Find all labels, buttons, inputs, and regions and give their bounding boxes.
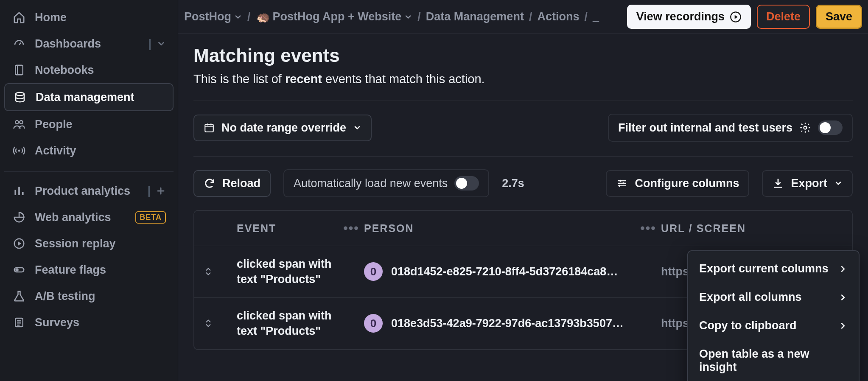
sidebar-item-label: Notebooks bbox=[35, 64, 166, 77]
export-menu-item[interactable]: Export current columns bbox=[688, 255, 859, 283]
chevron-down-icon[interactable] bbox=[157, 39, 166, 48]
sidebar-item-label: A/B testing bbox=[35, 290, 166, 303]
database-icon bbox=[13, 90, 27, 104]
filter-test-users-control[interactable]: Filter out internal and test users bbox=[608, 114, 853, 142]
sidebar-item-surveys[interactable]: Surveys bbox=[4, 309, 174, 336]
save-label: Save bbox=[826, 10, 852, 23]
reload-button[interactable]: Reload bbox=[193, 170, 271, 197]
auto-load-label: Automatically load new events bbox=[294, 177, 448, 190]
sidebar-item-dashboards[interactable]: Dashboards| bbox=[4, 31, 174, 57]
export-menu-item[interactable]: Export all columns bbox=[688, 283, 859, 311]
beta-badge: BETA bbox=[135, 211, 166, 224]
chevron-right-icon bbox=[838, 321, 848, 331]
home-icon bbox=[12, 10, 26, 25]
view-recordings-label: View recordings bbox=[636, 10, 725, 23]
calendar-icon bbox=[204, 122, 215, 133]
sidebar-item-label: Product analytics bbox=[35, 185, 139, 198]
date-range-label: No date range override bbox=[221, 121, 346, 134]
delete-button[interactable]: Delete bbox=[757, 5, 810, 29]
export-menu: Export current columnsExport all columns… bbox=[687, 250, 860, 381]
chevron-down-icon bbox=[404, 13, 412, 21]
sidebar-item-label: Data management bbox=[36, 91, 165, 104]
auto-load-toggle[interactable] bbox=[454, 176, 479, 190]
subtitle-post: events that match this action. bbox=[322, 72, 485, 86]
breadcrumb-sep: / bbox=[417, 10, 421, 23]
export-button[interactable]: Export bbox=[762, 170, 853, 197]
sidebar-item-web-analytics[interactable]: Web analyticsBETA bbox=[4, 204, 174, 230]
breadcrumb-subsection[interactable]: Actions bbox=[537, 10, 579, 23]
sidebar-item-label: Session replay bbox=[35, 237, 166, 250]
col-person[interactable]: PERSON bbox=[364, 222, 636, 235]
broadcast-icon bbox=[12, 143, 26, 158]
divider bbox=[193, 156, 853, 157]
sidebar-item-label: Surveys bbox=[35, 316, 166, 329]
menu-item-label: Copy to clipboard bbox=[699, 319, 797, 332]
reload-icon bbox=[204, 177, 216, 189]
col-options-icon[interactable]: ••• bbox=[636, 221, 661, 235]
configure-columns-button[interactable]: Configure columns bbox=[606, 170, 749, 197]
expand-row-icon[interactable] bbox=[203, 266, 237, 277]
date-range-select[interactable]: No date range override bbox=[193, 115, 372, 141]
expand-row-icon[interactable] bbox=[203, 318, 237, 329]
export-menu-item[interactable]: Open table as a new insight bbox=[688, 340, 859, 381]
divider bbox=[193, 101, 853, 101]
breadcrumb-tail: _ bbox=[593, 10, 599, 23]
flask-icon bbox=[12, 289, 26, 303]
sidebar-item-label: Web analytics bbox=[35, 211, 127, 224]
sidebar-item-label: Activity bbox=[35, 144, 166, 157]
cell-person[interactable]: 0018d1452-e825-7210-8ff4-5d3726184ca8… bbox=[364, 262, 636, 281]
col-event[interactable]: EVENT bbox=[237, 222, 339, 235]
people-icon bbox=[12, 117, 26, 132]
sidebar-item-session-replay[interactable]: Session replay bbox=[4, 230, 174, 257]
subtitle-pre: This is the list of bbox=[193, 72, 285, 86]
sidebar-item-feature-flags[interactable]: Feature flags bbox=[4, 257, 174, 283]
page-title: Matching events bbox=[193, 45, 853, 66]
menu-item-label: Open table as a new insight bbox=[699, 347, 848, 374]
topbar: PostHog / 🦔 PostHog App + Website / Data… bbox=[178, 0, 868, 34]
avatar: 0 bbox=[364, 262, 383, 281]
gauge-icon bbox=[12, 36, 26, 51]
breadcrumb-sep: / bbox=[584, 10, 588, 23]
bars-icon bbox=[12, 184, 26, 198]
save-button[interactable]: Save bbox=[816, 5, 862, 29]
auto-load-control[interactable]: Automatically load new events bbox=[283, 169, 489, 197]
sidebar-item-people[interactable]: People bbox=[4, 111, 174, 137]
download-icon bbox=[772, 177, 784, 189]
plus-icon[interactable] bbox=[156, 186, 166, 196]
cell-event: clicked span with text "Products" bbox=[237, 256, 339, 287]
configure-columns-label: Configure columns bbox=[635, 177, 739, 190]
play-circle-icon bbox=[730, 11, 742, 23]
cell-person[interactable]: 0018e3d53-42a9-7922-97d6-ac13793b3507… bbox=[364, 314, 636, 333]
subtitle-strong: recent bbox=[285, 72, 322, 86]
reload-label: Reload bbox=[222, 177, 260, 190]
chevron-down-icon bbox=[353, 123, 361, 132]
breadcrumb-section[interactable]: Data Management bbox=[426, 10, 524, 23]
breadcrumb-sep: / bbox=[529, 10, 532, 23]
sidebar-item-label: Home bbox=[35, 11, 166, 24]
toggle-icon bbox=[12, 263, 26, 277]
sliders-icon bbox=[616, 177, 628, 189]
sidebar-item-a-b-testing[interactable]: A/B testing bbox=[4, 283, 174, 309]
view-recordings-button[interactable]: View recordings bbox=[627, 5, 751, 29]
breadcrumb: PostHog / 🦔 PostHog App + Website / Data… bbox=[184, 10, 621, 24]
col-url[interactable]: URL / SCREEN bbox=[661, 222, 843, 235]
sidebar-item-home[interactable]: Home bbox=[4, 4, 174, 31]
sidebar-item-data-management[interactable]: Data management bbox=[4, 83, 174, 111]
export-label: Export bbox=[791, 177, 827, 190]
sidebar-item-activity[interactable]: Activity bbox=[4, 137, 174, 164]
survey-icon bbox=[12, 315, 26, 330]
notebook-icon bbox=[12, 63, 26, 77]
gear-icon bbox=[799, 122, 811, 134]
sidebar-item-product-analytics[interactable]: Product analytics| bbox=[4, 178, 174, 204]
page-subtitle: This is the list of recent events that m… bbox=[193, 72, 853, 86]
export-menu-item[interactable]: Copy to clipboard bbox=[688, 311, 859, 340]
chevron-down-icon bbox=[834, 179, 843, 188]
filter-test-users-toggle[interactable] bbox=[818, 120, 843, 135]
breadcrumb-project[interactable]: 🦔 PostHog App + Website bbox=[256, 10, 413, 24]
breadcrumb-org[interactable]: PostHog bbox=[184, 10, 242, 23]
sidebar-item-notebooks[interactable]: Notebooks bbox=[4, 57, 174, 83]
play-icon bbox=[12, 236, 26, 251]
col-options-icon[interactable]: ••• bbox=[339, 221, 364, 235]
chevron-right-icon bbox=[838, 293, 848, 302]
person-id: 018e3d53-42a9-7922-97d6-ac13793b3507… bbox=[391, 317, 624, 330]
